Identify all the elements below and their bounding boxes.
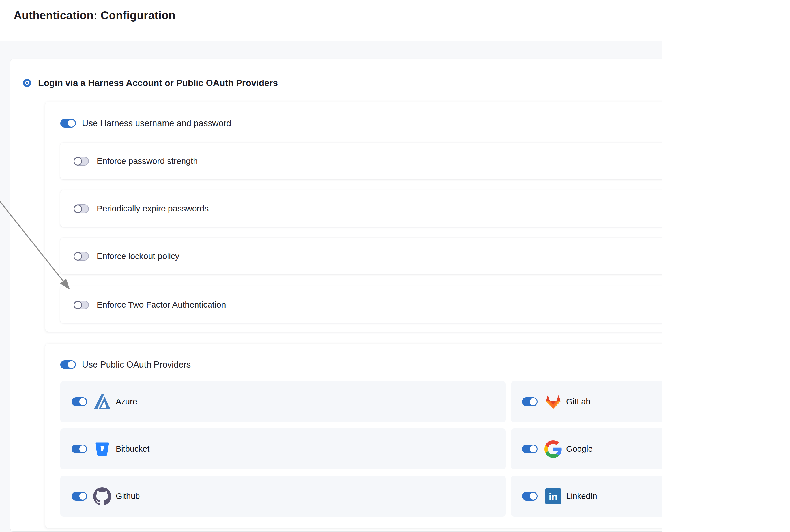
enforce-lockout-policy-row: Enforce lockout policy <box>60 238 662 274</box>
github-icon <box>93 487 111 506</box>
github-toggle[interactable] <box>72 492 87 500</box>
option-label: Enforce password strength <box>97 156 198 166</box>
oauth-toggle-label: Use Public OAuth Providers <box>82 360 191 370</box>
page-header: Authentication: Configuration <box>0 0 790 41</box>
toggle-knob <box>74 157 82 166</box>
enforce-password-strength-row: Enforce password strength <box>60 142 662 179</box>
use-harness-username-password-toggle[interactable] <box>60 119 76 128</box>
toggle-knob <box>74 301 82 309</box>
azure-icon <box>93 393 111 411</box>
enforce-two-factor-authentication-toggle[interactable] <box>74 301 89 309</box>
page-title: Authentication: Configuration <box>14 9 175 22</box>
linkedin-toggle[interactable] <box>522 492 537 500</box>
toggle-knob <box>529 444 538 453</box>
provider-label: Azure <box>116 397 137 406</box>
periodically-expire-passwords-row: Periodically expire passwords <box>60 190 662 227</box>
toggle-knob <box>74 205 82 213</box>
toggle-knob <box>78 492 87 500</box>
harness-login-toggle-row: Use Harness username and password <box>60 119 231 128</box>
provider-row-github: Github <box>60 476 506 517</box>
harness-login-toggle-label: Use Harness username and password <box>82 118 231 129</box>
option-label: Periodically expire passwords <box>97 204 209 213</box>
provider-label: GitLab <box>566 397 590 406</box>
radio-selected-icon[interactable] <box>23 79 31 87</box>
enforce-two-factor-authentication-row: Enforce Two Factor Authentication <box>60 286 662 323</box>
provider-label: Github <box>116 492 140 501</box>
oauth-toggle-row: Use Public OAuth Providers <box>60 360 191 369</box>
toggle-knob <box>67 360 76 369</box>
toggle-knob <box>78 444 87 453</box>
provider-label: Bitbucket <box>116 444 149 454</box>
provider-row-linkedin: in LinkedIn <box>511 476 662 517</box>
option-label: Enforce lockout policy <box>97 251 179 261</box>
svg-text:in: in <box>549 491 558 502</box>
enforce-lockout-policy-toggle[interactable] <box>74 252 89 261</box>
login-option-label: Login via a Harness Account or Public OA… <box>38 78 278 88</box>
google-icon <box>544 440 562 458</box>
provider-label: Google <box>566 444 593 454</box>
azure-toggle[interactable] <box>72 397 87 406</box>
enforce-password-strength-toggle[interactable] <box>74 157 89 166</box>
google-toggle[interactable] <box>522 444 537 453</box>
toggle-knob <box>78 397 87 406</box>
periodically-expire-passwords-toggle[interactable] <box>74 204 89 213</box>
auth-settings-panel: Login via a Harness Account or Public OA… <box>0 41 662 532</box>
provider-row-gitlab: GitLab <box>511 381 662 422</box>
gitlab-icon <box>544 393 562 411</box>
bitbucket-icon <box>93 440 111 458</box>
bitbucket-toggle[interactable] <box>72 444 87 453</box>
provider-row-bitbucket: Bitbucket <box>60 429 506 470</box>
toggle-knob <box>529 492 538 500</box>
linkedin-icon: in <box>544 487 562 506</box>
toggle-knob <box>67 119 76 128</box>
toggle-knob <box>74 252 82 261</box>
login-option-row: Login via a Harness Account or Public OA… <box>23 78 278 88</box>
gitlab-toggle[interactable] <box>522 397 537 406</box>
provider-row-azure: Azure <box>60 381 506 422</box>
toggle-knob <box>529 397 538 406</box>
provider-label: LinkedIn <box>566 492 597 501</box>
option-label: Enforce Two Factor Authentication <box>97 300 226 309</box>
use-public-oauth-providers-toggle[interactable] <box>60 360 76 369</box>
provider-row-google: Google <box>511 429 662 470</box>
